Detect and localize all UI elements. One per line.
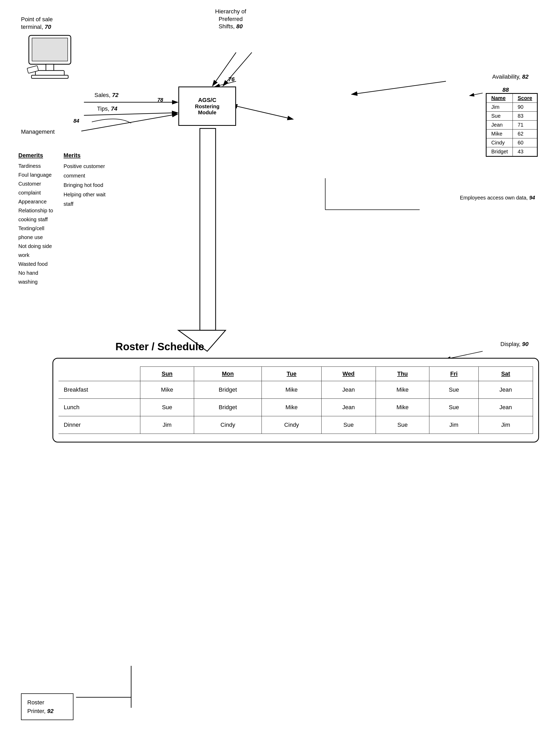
schedule-cell: Sue — [429, 399, 478, 416]
svg-line-11 — [237, 106, 293, 119]
demerit-item: Not doing side work — [18, 242, 53, 260]
merit-item: Bringing hot food — [63, 180, 105, 190]
schedule-row: LunchSueBridgetMikeJeanMikeSueJean — [59, 399, 533, 416]
demerit-item: Relationship to cooking staff — [18, 206, 53, 224]
hierarchy-number: 80 — [236, 23, 243, 30]
schedule-container: SunMonTueWedThuFriSat BreakfastMikeBridg… — [53, 358, 539, 443]
employees-label: Employees access own data, 94 — [460, 194, 535, 201]
demerit-item: Texting/cell phone use — [18, 224, 53, 242]
svg-line-12 — [81, 114, 178, 131]
monitor-svg — [21, 33, 79, 85]
demerit-item: Tardiness — [18, 161, 53, 170]
management-text: Management — [21, 128, 55, 135]
score-row: Sue83 — [487, 112, 537, 121]
score-header-name: Name — [487, 94, 513, 103]
schedule-day-header: Sun — [140, 367, 194, 381]
label-84: 84 — [73, 118, 79, 124]
label-78-text: 78 — [157, 97, 163, 103]
pos-sublabel: terminal, — [21, 24, 43, 30]
roster-printer: Roster Printer, 92 — [21, 693, 73, 720]
schedule-cell: Sue — [376, 416, 429, 434]
schedule-cell: Mike — [376, 381, 429, 399]
merit-item: Helping other wait staff — [63, 190, 105, 209]
label-88: 88 — [503, 87, 509, 93]
schedule-cell: Sue — [429, 381, 478, 399]
svg-rect-26 — [31, 75, 68, 78]
score-table: Name Score Jim90Sue83Jean71Mike62Cindy60… — [486, 94, 537, 156]
schedule-table: SunMonTueWedThuFriSat BreakfastMikeBridg… — [59, 366, 533, 434]
score-row: Bridget43 — [487, 147, 537, 156]
score-table-container: Name Score Jim90Sue83Jean71Mike62Cindy60… — [486, 93, 538, 157]
label-88-text: 88 — [503, 87, 509, 93]
demerit-col: Demerits TardinessFoul languageCustomer … — [18, 152, 53, 286]
schedule-day-header: Wed — [321, 367, 376, 381]
score-header-score: Score — [513, 94, 537, 103]
availability-text: Availability, — [492, 73, 520, 80]
schedule-cell: Bridget — [194, 381, 262, 399]
schedule-cell: Jean — [321, 381, 376, 399]
schedule-day-header — [59, 367, 140, 381]
hierarchy-label: Hierarchy ofPreferredShifts, 80 — [215, 8, 246, 30]
agsc-subtitle: RosteringModule — [195, 103, 219, 116]
demerits-heading: Demerits — [18, 152, 53, 159]
merit-item: Positive customer comment — [63, 161, 105, 180]
schedule-body: BreakfastMikeBridgetMikeJeanMikeSueJeanL… — [59, 381, 533, 434]
schedule-day-header: Tue — [262, 367, 321, 381]
svg-rect-24 — [46, 64, 54, 71]
schedule-cell: Jean — [321, 399, 376, 416]
merits-list: Positive customer commentBringing hot fo… — [63, 161, 105, 209]
demerit-item: Wasted food — [18, 260, 53, 268]
hierarchy-text: Hierarchy ofPreferredShifts, 80 — [215, 8, 246, 30]
availability-number: 82 — [522, 73, 529, 80]
display-number: 90 — [522, 341, 529, 347]
demerit-item: Customer complaint — [18, 179, 53, 197]
svg-rect-13 — [200, 128, 216, 330]
svg-line-20 — [469, 93, 483, 96]
employees-number: 94 — [529, 195, 535, 200]
schedule-day-header: Mon — [194, 367, 262, 381]
pos-label-text: Point of sale — [21, 16, 53, 23]
roster-title: Roster / Schedule — [116, 341, 204, 353]
svg-rect-23 — [32, 38, 68, 61]
demerit-item: No hand washing — [18, 268, 53, 286]
score-row: Jim90 — [487, 103, 537, 112]
schedule-header-row: SunMonTueWedThuFriSat — [59, 367, 533, 381]
display-label-text: Display, — [500, 341, 521, 347]
schedule-row: DinnerJimCindyCindySueSueJimJim — [59, 416, 533, 434]
label-76-text: 76 — [228, 76, 235, 83]
demerit-item: Foul language — [18, 170, 53, 179]
schedule-cell: Mike — [262, 399, 321, 416]
schedule-cell: Sue — [140, 399, 194, 416]
agsc-box: AGS/C RosteringModule — [178, 87, 236, 126]
diagram-container: Sales, 72 Tips, 74 — [0, 0, 560, 745]
roster-title-text: Roster / Schedule — [116, 341, 204, 352]
management-label: Management — [21, 128, 55, 135]
schedule-row: BreakfastMikeBridgetMikeJeanMikeSueJean — [59, 381, 533, 399]
label-78: 78 — [157, 97, 163, 103]
pos-number: 70 — [44, 24, 51, 30]
employees-label-text: Employees access own data, — [460, 195, 528, 200]
agsc-title: AGS/C — [198, 97, 216, 103]
schedule-cell: Bridget — [194, 399, 262, 416]
roster-printer-label: Roster Printer, — [27, 699, 45, 714]
schedule-cell: Mike — [376, 399, 429, 416]
schedule-cell: Jim — [429, 416, 478, 434]
schedule-cell: Mike — [140, 381, 194, 399]
svg-text:Tips, 74: Tips, 74 — [97, 105, 117, 112]
schedule-cell: Jean — [478, 399, 533, 416]
merit-col: Merits Positive customer commentBringing… — [63, 152, 105, 286]
demerit-merit-section: Demerits TardinessFoul languageCustomer … — [18, 152, 105, 286]
merits-heading: Merits — [63, 152, 105, 159]
schedule-cell: Sue — [321, 416, 376, 434]
availability-label: Availability, 82 — [492, 73, 529, 80]
display-label: Display, 90 — [500, 341, 529, 348]
schedule-day-header: Fri — [429, 367, 478, 381]
pos-label: Point of sale terminal, 70 — [21, 16, 79, 31]
schedule-cell: Jim — [478, 416, 533, 434]
schedule-meal: Dinner — [59, 416, 140, 434]
schedule-cell: Cindy — [194, 416, 262, 434]
schedule-day-header: Thu — [376, 367, 429, 381]
svg-text:Sales, 72: Sales, 72 — [94, 92, 119, 98]
demerit-item: Appearance — [18, 197, 53, 206]
score-row: Mike62 — [487, 129, 537, 138]
